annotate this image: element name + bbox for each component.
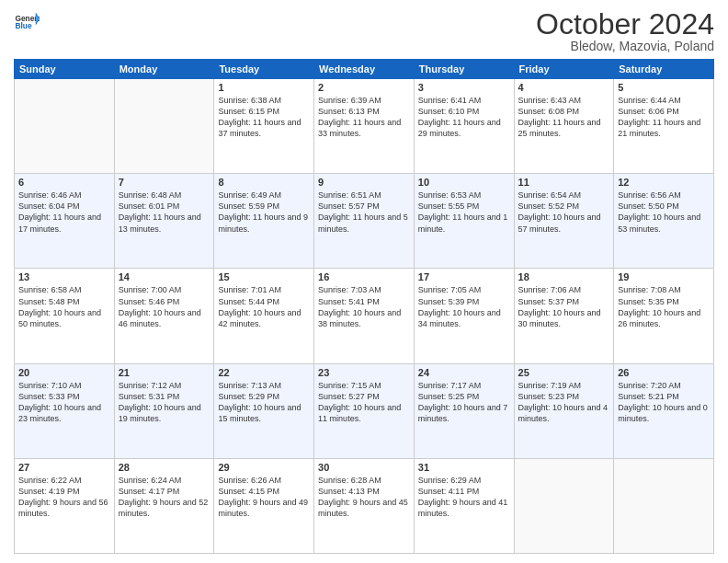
day-number: 4 bbox=[518, 82, 610, 93]
day-number: 16 bbox=[318, 271, 410, 282]
day-info: Sunrise: 6:49 AMSunset: 5:59 PMDaylight:… bbox=[218, 190, 310, 235]
day-cell: 8Sunrise: 6:49 AMSunset: 5:59 PMDaylight… bbox=[214, 174, 314, 269]
day-info: Sunrise: 6:24 AMSunset: 4:17 PMDaylight:… bbox=[119, 475, 210, 520]
weekday-monday: Monday bbox=[114, 60, 214, 79]
day-number: 17 bbox=[418, 271, 510, 282]
day-cell: 7Sunrise: 6:48 AMSunset: 6:01 PMDaylight… bbox=[114, 174, 214, 269]
day-cell: 31Sunrise: 6:29 AMSunset: 4:11 PMDayligh… bbox=[414, 458, 514, 553]
day-cell: 6Sunrise: 6:46 AMSunset: 6:04 PMDaylight… bbox=[15, 174, 115, 269]
day-info: Sunrise: 6:56 AMSunset: 5:50 PMDaylight:… bbox=[618, 190, 710, 235]
day-info: Sunrise: 7:01 AMSunset: 5:44 PMDaylight:… bbox=[218, 284, 310, 329]
day-cell: 18Sunrise: 7:06 AMSunset: 5:37 PMDayligh… bbox=[514, 269, 614, 363]
day-cell: 20Sunrise: 7:10 AMSunset: 5:33 PMDayligh… bbox=[15, 363, 115, 458]
page: General Blue October 2024 Bledow, Mazovi… bbox=[0, 0, 728, 563]
day-number: 6 bbox=[18, 177, 110, 188]
day-info: Sunrise: 6:43 AMSunset: 6:08 PMDaylight:… bbox=[518, 95, 610, 140]
day-cell: 4Sunrise: 6:43 AMSunset: 6:08 PMDaylight… bbox=[514, 79, 614, 174]
weekday-thursday: Thursday bbox=[414, 60, 514, 79]
day-number: 15 bbox=[218, 271, 310, 282]
day-cell: 5Sunrise: 6:44 AMSunset: 6:06 PMDaylight… bbox=[614, 79, 714, 174]
day-info: Sunrise: 6:44 AMSunset: 6:06 PMDaylight:… bbox=[618, 95, 710, 140]
week-row-4: 20Sunrise: 7:10 AMSunset: 5:33 PMDayligh… bbox=[15, 363, 714, 458]
day-cell: 16Sunrise: 7:03 AMSunset: 5:41 PMDayligh… bbox=[314, 269, 415, 363]
day-info: Sunrise: 7:10 AMSunset: 5:33 PMDaylight:… bbox=[18, 380, 110, 425]
day-number: 2 bbox=[318, 82, 410, 93]
day-number: 7 bbox=[119, 177, 210, 188]
weekday-header-row: SundayMondayTuesdayWednesdayThursdayFrid… bbox=[15, 60, 714, 79]
day-cell: 30Sunrise: 6:28 AMSunset: 4:13 PMDayligh… bbox=[314, 458, 415, 553]
day-info: Sunrise: 6:53 AMSunset: 5:55 PMDaylight:… bbox=[418, 190, 510, 235]
day-cell bbox=[614, 458, 714, 553]
week-row-5: 27Sunrise: 6:22 AMSunset: 4:19 PMDayligh… bbox=[15, 458, 714, 553]
day-number: 21 bbox=[119, 367, 210, 378]
day-cell: 19Sunrise: 7:08 AMSunset: 5:35 PMDayligh… bbox=[614, 269, 714, 363]
day-info: Sunrise: 7:06 AMSunset: 5:37 PMDaylight:… bbox=[518, 284, 610, 329]
day-info: Sunrise: 7:15 AMSunset: 5:27 PMDaylight:… bbox=[318, 380, 410, 425]
day-info: Sunrise: 6:41 AMSunset: 6:10 PMDaylight:… bbox=[418, 95, 510, 140]
day-info: Sunrise: 7:00 AMSunset: 5:46 PMDaylight:… bbox=[119, 284, 210, 329]
day-info: Sunrise: 6:28 AMSunset: 4:13 PMDaylight:… bbox=[318, 475, 410, 520]
weekday-friday: Friday bbox=[514, 60, 614, 79]
day-cell: 17Sunrise: 7:05 AMSunset: 5:39 PMDayligh… bbox=[414, 269, 514, 363]
day-number: 28 bbox=[119, 462, 210, 473]
day-info: Sunrise: 6:29 AMSunset: 4:11 PMDaylight:… bbox=[418, 475, 510, 520]
day-cell: 26Sunrise: 7:20 AMSunset: 5:21 PMDayligh… bbox=[614, 363, 714, 458]
day-info: Sunrise: 6:26 AMSunset: 4:15 PMDaylight:… bbox=[218, 475, 310, 520]
day-info: Sunrise: 7:08 AMSunset: 5:35 PMDaylight:… bbox=[618, 284, 710, 329]
day-number: 12 bbox=[618, 177, 710, 188]
day-number: 24 bbox=[418, 367, 510, 378]
day-number: 11 bbox=[518, 177, 610, 188]
day-cell: 11Sunrise: 6:54 AMSunset: 5:52 PMDayligh… bbox=[514, 174, 614, 269]
day-cell: 2Sunrise: 6:39 AMSunset: 6:13 PMDaylight… bbox=[314, 79, 415, 174]
day-info: Sunrise: 7:17 AMSunset: 5:25 PMDaylight:… bbox=[418, 380, 510, 425]
day-info: Sunrise: 7:13 AMSunset: 5:29 PMDaylight:… bbox=[218, 380, 310, 425]
weekday-saturday: Saturday bbox=[614, 60, 714, 79]
day-number: 26 bbox=[618, 367, 710, 378]
day-cell bbox=[514, 458, 614, 553]
day-cell: 15Sunrise: 7:01 AMSunset: 5:44 PMDayligh… bbox=[214, 269, 314, 363]
day-cell: 22Sunrise: 7:13 AMSunset: 5:29 PMDayligh… bbox=[214, 363, 314, 458]
day-number: 18 bbox=[518, 271, 610, 282]
header: General Blue October 2024 Bledow, Mazovi… bbox=[14, 9, 714, 53]
day-cell: 9Sunrise: 6:51 AMSunset: 5:57 PMDaylight… bbox=[314, 174, 415, 269]
location-subtitle: Bledow, Mazovia, Poland bbox=[536, 39, 714, 53]
day-number: 3 bbox=[418, 82, 510, 93]
day-cell: 14Sunrise: 7:00 AMSunset: 5:46 PMDayligh… bbox=[114, 269, 214, 363]
day-cell: 25Sunrise: 7:19 AMSunset: 5:23 PMDayligh… bbox=[514, 363, 614, 458]
day-cell: 1Sunrise: 6:38 AMSunset: 6:15 PMDaylight… bbox=[214, 79, 314, 174]
day-number: 22 bbox=[218, 367, 310, 378]
day-info: Sunrise: 6:51 AMSunset: 5:57 PMDaylight:… bbox=[318, 190, 410, 235]
day-cell: 24Sunrise: 7:17 AMSunset: 5:25 PMDayligh… bbox=[414, 363, 514, 458]
day-cell: 23Sunrise: 7:15 AMSunset: 5:27 PMDayligh… bbox=[314, 363, 415, 458]
calendar: SundayMondayTuesdayWednesdayThursdayFrid… bbox=[14, 59, 714, 554]
day-number: 5 bbox=[618, 82, 710, 93]
day-info: Sunrise: 7:20 AMSunset: 5:21 PMDaylight:… bbox=[618, 380, 710, 425]
day-info: Sunrise: 6:48 AMSunset: 6:01 PMDaylight:… bbox=[119, 190, 210, 235]
day-cell: 12Sunrise: 6:56 AMSunset: 5:50 PMDayligh… bbox=[614, 174, 714, 269]
day-cell: 28Sunrise: 6:24 AMSunset: 4:17 PMDayligh… bbox=[114, 458, 214, 553]
day-cell: 3Sunrise: 6:41 AMSunset: 6:10 PMDaylight… bbox=[414, 79, 514, 174]
day-info: Sunrise: 7:05 AMSunset: 5:39 PMDaylight:… bbox=[418, 284, 510, 329]
day-number: 20 bbox=[18, 367, 110, 378]
day-info: Sunrise: 6:39 AMSunset: 6:13 PMDaylight:… bbox=[318, 95, 410, 140]
day-number: 27 bbox=[18, 462, 110, 473]
day-cell bbox=[15, 79, 115, 174]
day-info: Sunrise: 6:58 AMSunset: 5:48 PMDaylight:… bbox=[18, 284, 110, 329]
day-info: Sunrise: 6:46 AMSunset: 6:04 PMDaylight:… bbox=[18, 190, 110, 235]
title-block: October 2024 Bledow, Mazovia, Poland bbox=[536, 9, 714, 53]
calendar-body: 1Sunrise: 6:38 AMSunset: 6:15 PMDaylight… bbox=[15, 79, 714, 554]
day-number: 31 bbox=[418, 462, 510, 473]
day-info: Sunrise: 7:19 AMSunset: 5:23 PMDaylight:… bbox=[518, 380, 610, 425]
day-number: 23 bbox=[318, 367, 410, 378]
weekday-wednesday: Wednesday bbox=[314, 60, 415, 79]
logo: General Blue bbox=[14, 9, 40, 35]
day-number: 1 bbox=[218, 82, 310, 93]
day-cell: 21Sunrise: 7:12 AMSunset: 5:31 PMDayligh… bbox=[114, 363, 214, 458]
day-cell: 27Sunrise: 6:22 AMSunset: 4:19 PMDayligh… bbox=[15, 458, 115, 553]
logo-icon: General Blue bbox=[14, 9, 40, 35]
calendar-header: SundayMondayTuesdayWednesdayThursdayFrid… bbox=[15, 60, 714, 79]
day-number: 25 bbox=[518, 367, 610, 378]
day-number: 13 bbox=[18, 271, 110, 282]
month-title: October 2024 bbox=[536, 9, 714, 39]
day-cell: 10Sunrise: 6:53 AMSunset: 5:55 PMDayligh… bbox=[414, 174, 514, 269]
